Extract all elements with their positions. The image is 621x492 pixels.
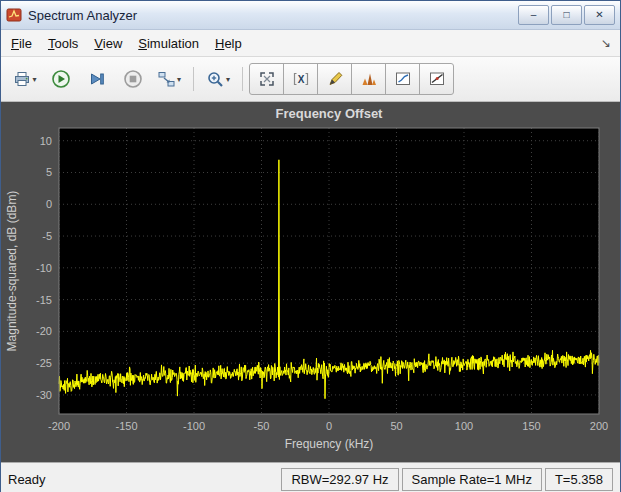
toggle-group: X [249, 63, 454, 95]
dock-figure-icon[interactable]: ↘ [594, 36, 618, 50]
sample-rate-readout: Sample Rate=1 MHz [402, 468, 542, 491]
distortion-button[interactable] [419, 63, 454, 95]
plot-text: -5 [42, 230, 52, 242]
plot-text: 200 [590, 420, 608, 432]
menu-tools[interactable]: Tools [40, 32, 86, 55]
stop-icon [123, 69, 143, 89]
zoom-dropdown-caret[interactable]: ▾ [226, 75, 230, 84]
spectrum-analyzer-window: Spectrum Analyzer – □ ✕ File Tools View … [0, 0, 621, 492]
plot-text: -30 [36, 389, 52, 401]
plot-text: 10 [40, 135, 52, 147]
titlebar[interactable]: Spectrum Analyzer – □ ✕ [1, 1, 620, 30]
sim-time-readout: T=5.358 [545, 468, 613, 491]
printer-icon [13, 70, 31, 88]
minimize-button[interactable]: – [518, 5, 549, 25]
plot-text: Frequency Offset [276, 106, 384, 121]
print-button[interactable]: ▾ [7, 61, 43, 97]
toolbar: ▾ ▾ [1, 57, 620, 102]
toolbar-separator [242, 67, 243, 91]
plot-text: -20 [36, 325, 52, 337]
plot-text: -25 [36, 357, 52, 369]
plot-text: -200 [48, 420, 70, 432]
peak-finder-icon [360, 70, 378, 88]
simulink-options-button[interactable]: ▾ [151, 61, 187, 97]
zoom-button[interactable]: ▾ [200, 61, 236, 97]
plot-text: 150 [522, 420, 540, 432]
maximize-axes-icon [258, 70, 276, 88]
stop-button[interactable] [115, 61, 151, 97]
toolbar-separator [193, 67, 194, 91]
peak-finder-button[interactable] [351, 63, 386, 95]
step-forward-icon [87, 69, 107, 89]
run-icon [51, 69, 71, 89]
plot-text: 50 [390, 420, 402, 432]
plot-text: 100 [455, 420, 473, 432]
x-limits-icon: X [292, 70, 310, 88]
plot-text: 0 [326, 420, 332, 432]
menu-help[interactable]: Help [207, 32, 250, 55]
measurements-icon [326, 70, 344, 88]
statusbar: Ready RBW=292.97 Hz Sample Rate=1 MHz T=… [1, 462, 620, 492]
print-dropdown-caret[interactable]: ▾ [32, 75, 36, 84]
ccdf-icon [394, 70, 412, 88]
zoom-icon [206, 70, 225, 89]
plot-text: -150 [115, 420, 137, 432]
x-limits-button[interactable]: X [283, 63, 318, 95]
ccdf-button[interactable] [385, 63, 420, 95]
menu-file[interactable]: File [3, 32, 40, 55]
simulink-dropdown-caret[interactable]: ▾ [177, 75, 181, 84]
plot-text: 0 [46, 198, 52, 210]
plot-region: -200-150-100-500501001502001050-5-10-15-… [1, 102, 620, 462]
status-text: Ready [8, 472, 46, 487]
maximize-button[interactable]: □ [551, 5, 582, 25]
svg-text:X: X [297, 74, 304, 85]
plot-text: 5 [46, 166, 52, 178]
spectrum-plot[interactable]: -200-150-100-500501001502001050-5-10-15-… [1, 102, 620, 462]
menu-simulation[interactable]: Simulation [130, 32, 207, 55]
distortion-icon [428, 70, 446, 88]
simulink-blocks-icon [157, 70, 176, 89]
plot-text: -15 [36, 294, 52, 306]
close-button[interactable]: ✕ [584, 5, 615, 25]
plot-text: Magnitude-squared, dB (dBm) [5, 191, 19, 352]
run-button[interactable] [43, 61, 79, 97]
app-icon [6, 7, 22, 23]
plot-text: -10 [36, 262, 52, 274]
window-title: Spectrum Analyzer [28, 8, 516, 23]
plot-text: Frequency (kHz) [285, 437, 374, 451]
menu-view[interactable]: View [86, 32, 130, 55]
plot-text: -50 [254, 420, 270, 432]
measurements-button[interactable] [317, 63, 352, 95]
plot-text: -100 [183, 420, 205, 432]
step-forward-button[interactable] [79, 61, 115, 97]
menubar: File Tools View Simulation Help ↘ [1, 30, 620, 57]
maximize-axes-button[interactable] [249, 63, 284, 95]
rbw-readout: RBW=292.97 Hz [281, 468, 398, 491]
